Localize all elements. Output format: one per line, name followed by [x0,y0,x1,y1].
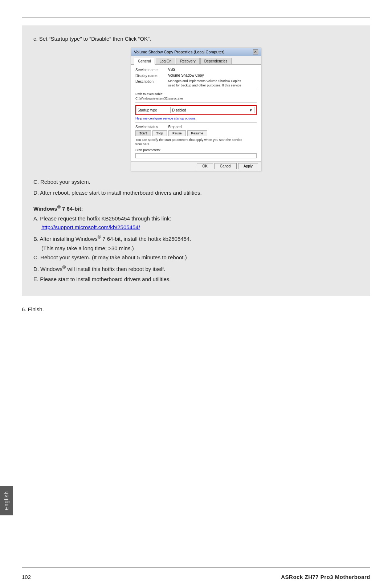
win-step-a: A. Please request the hotfix KB2505454 t… [33,215,359,223]
startup-type-select[interactable]: Disabled ▼ [170,107,254,113]
separator-3 [135,122,257,123]
kb-link[interactable]: http://support.microsoft.com/kb/2505454/ [41,224,140,230]
display-name-value: Volume Shadow Copy [168,73,257,77]
main-content: c. Set “Startup type” to “Disable” then … [22,25,370,312]
description-row: Description: Manages and implements Volu… [135,79,257,88]
separator-1 [135,90,257,90]
service-name-value: VSS [168,68,257,72]
pause-button[interactable]: Pause [168,130,186,136]
startup-type-row: Startup type Disabled ▼ [135,105,257,115]
ok-button[interactable]: OK [197,163,213,169]
dropdown-arrow-icon: ▼ [249,108,253,112]
start-params-field[interactable] [135,153,257,158]
service-name-row: Service name: VSS [135,68,257,72]
step-reboot: C. Reboot your system. [33,178,359,186]
english-sidebar: English [0,486,13,515]
win-step-e: E. Please start to install motherboard d… [33,275,359,284]
step6: 6. Finish. [22,306,370,312]
dialog-tabs: General Log On Recovery Dependencies [131,56,261,65]
dialog-body: Service name: VSS Display name: Volume S… [131,65,261,161]
win-step-d: D. Windows® will install this hotfix the… [33,264,359,273]
startup-type-label: Startup type [138,108,170,112]
win-step-b: B. After installing Windows® 7 64-bit, i… [33,234,359,243]
footer-brand: ASRock ZH77 Pro3 Motherboard [281,574,370,580]
windows-sup-b: ® [98,235,101,240]
help-link[interactable]: Help me configure service startup option… [135,117,257,120]
windows-heading-text: Windows® 7 64-bit: [33,206,83,212]
dialog-title: Volume Shadow Copy Properties (Local Com… [134,50,224,54]
stop-button[interactable]: Stop [152,130,167,136]
step-after-reboot: D. After reboot, please start to install… [33,188,359,197]
tab-recovery[interactable]: Recovery [176,58,199,64]
display-name-row: Display name: Volume Shadow Copy [135,73,257,78]
start-params-label: Start parameters: [135,148,257,152]
footer: 102 ASRock ZH77 Pro3 Motherboard [22,574,370,580]
win-step-b-note: (This may take a long time; >30 mins.) [41,245,359,251]
tab-dependencies[interactable]: Dependencies [200,58,232,64]
apply-button[interactable]: Apply [238,163,258,169]
dialog-footer: OK Cancel Apply [131,161,261,171]
display-name-label: Display name: [135,73,168,78]
service-status-value: Stopped [168,125,181,129]
description-value: Manages and implements Volume Shadow Cop… [168,79,257,88]
path-label: Path to executable: [135,92,257,96]
separator-2 [135,102,257,103]
service-buttons: Start Stop Pause Resume [135,130,257,136]
registered-sup: ® [57,204,61,210]
instruction-box: c. Set “Startup type” to “Disable” then … [22,25,370,296]
windows-heading: Windows® 7 64-bit: [33,204,359,212]
dialog-titlebar: Volume Shadow Copy Properties (Local Com… [131,48,261,56]
service-name-label: Service name: [135,68,168,72]
win-step-a-link: http://support.microsoft.com/kb/2505454/ [41,223,359,232]
resume-button[interactable]: Resume [187,130,208,136]
dialog-note: You can specify the start parameters tha… [135,138,257,146]
dialog-screenshot: Volume Shadow Copy Properties (Local Com… [131,48,261,171]
top-rule [22,17,370,18]
bottom-rule [22,567,370,568]
cancel-button[interactable]: Cancel [215,163,237,169]
english-label: English [4,491,9,510]
close-icon[interactable]: ✕ [253,49,258,54]
path-value: C:\Windows\system32\vssvc.exe [135,97,257,100]
service-status-row: Service status Stopped [135,125,257,129]
win-step-c: C. Reboot your system. (It may take abou… [33,254,359,262]
startup-type-value: Disabled [172,108,186,112]
service-status-label: Service status [135,125,168,129]
titlebar-buttons: ✕ [253,49,258,54]
tab-logon[interactable]: Log On [156,58,176,64]
description-label: Description: [135,79,168,84]
tab-general[interactable]: General [134,58,155,65]
page-number: 102 [22,574,31,580]
windows-sup-d: ® [62,265,66,270]
step-c-label: c. Set “Startup type” to “Disable” then … [33,36,359,42]
start-button[interactable]: Start [135,130,151,136]
